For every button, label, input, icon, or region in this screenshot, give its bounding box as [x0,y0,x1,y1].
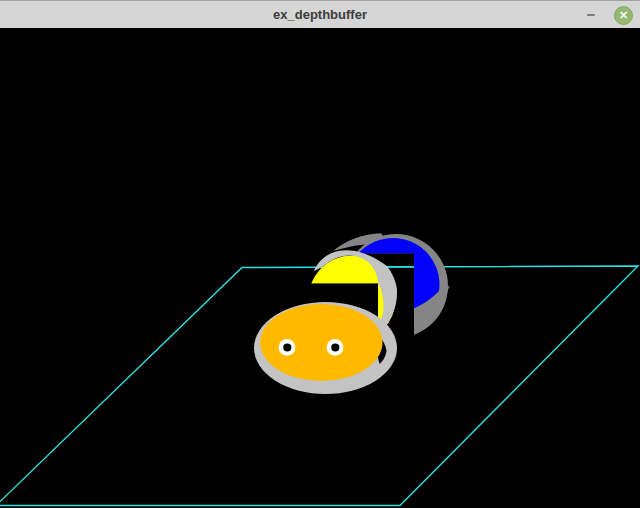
viewport-background [0,0,640,508]
close-icon: ✕ [619,10,628,21]
right-eye-pupil [331,343,339,351]
minimize-icon [587,14,595,16]
left-eye-pupil [283,343,291,351]
close-button[interactable]: ✕ [614,6,633,25]
window-title: ex_depthbuffer [0,1,640,29]
titlebar: ex_depthbuffer ✕ [0,0,640,28]
minimize-button[interactable] [582,6,600,24]
front-sphere-orange [260,304,382,381]
gl-viewport [0,0,640,508]
app-window: ex_depthbuffer ✕ [0,0,640,508]
